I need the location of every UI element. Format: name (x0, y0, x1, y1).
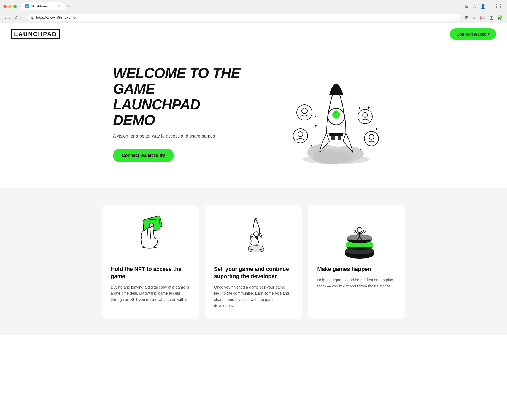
svg-point-28 (359, 107, 360, 109)
svg-point-56 (363, 230, 365, 232)
feature-description-2: Once you finished a game sell your game … (214, 284, 293, 309)
hero-subtitle: A vision for a better way to access and … (113, 134, 245, 139)
svg-text:✦: ✦ (314, 124, 318, 128)
svg-point-55 (354, 230, 356, 232)
toolbar-right-actions: ⊞ ☆ 📖 ◫ 🧩 (464, 14, 504, 21)
feature-title-2: Sell your game and continue suporting th… (214, 265, 293, 280)
close-traffic-light[interactable] (3, 5, 7, 8)
sell-game-icon-svg (229, 215, 278, 259)
svg-point-19 (293, 129, 308, 143)
grid-icon[interactable]: ⊞ (464, 14, 469, 21)
hero-illustration: ✦ ✦ ✦ ✦ (278, 61, 394, 166)
svg-point-27 (315, 116, 316, 117)
refresh-button[interactable]: ↺ (13, 14, 19, 21)
profile-icon[interactable]: 👤 (479, 3, 487, 10)
fullscreen-traffic-light[interactable] (13, 5, 17, 8)
svg-text:✦: ✦ (310, 144, 313, 148)
feature-card-hold-nft: ☺ ☺ Hold the NFT to access t (102, 205, 199, 319)
hold-nft-icon-svg: ☺ ☺ (125, 215, 175, 259)
feature-card-sell-game: Sell your game and continue suporting th… (205, 205, 302, 319)
svg-rect-12 (329, 133, 343, 136)
extensions-icon[interactable]: ⊞ (464, 3, 470, 10)
tab-title: NFT-Maker (31, 4, 47, 8)
svg-text:✦: ✦ (375, 127, 378, 131)
tab-close-button[interactable]: ✕ (58, 4, 61, 9)
connect-wallet-label: Connect wallet (456, 32, 486, 36)
forward-button[interactable]: › (8, 14, 12, 21)
feature-card-make-games: Make games happen Help fund games and be… (308, 205, 405, 319)
back-button[interactable]: ‹ (3, 14, 7, 21)
sidebar-icon[interactable]: ◫ (489, 14, 494, 21)
svg-point-17 (358, 109, 372, 124)
browser-toolbar: ‹ › ↺ ⌂ 🔒 https://www.nft-maker.io ⊞ ☆ 📖… (0, 12, 507, 23)
nav-buttons: ‹ › ↺ ⌂ (3, 14, 25, 21)
svg-point-21 (364, 131, 379, 146)
feature-description-1: Buying and playing a digital copy of a g… (111, 284, 190, 303)
svg-point-29 (360, 149, 361, 150)
url-text: https://www.nft-maker.io (36, 15, 76, 20)
toolbar-right-icons: ⊞ ☆ 👤 ⋮⋮⋮ (464, 3, 504, 10)
hero-content: WELCOME TO THE GAME LAUNCHPAD DEMO A vis… (113, 65, 245, 163)
feature-title-3: Make games happen (317, 265, 396, 273)
reading-list-icon[interactable]: 📖 (479, 14, 486, 21)
make-games-icon-svg (332, 215, 382, 259)
feature-title-1: Hold the NFT to access the game (111, 265, 190, 280)
browser-tab[interactable]: N NFT-Maker ✕ (21, 2, 65, 10)
site-header: LAUNCHPAD Connect wallet ▾ (0, 23, 507, 45)
features-section: ☺ ☺ Hold the NFT to access t (0, 188, 507, 335)
address-bar[interactable]: 🔒 https://www.nft-maker.io (27, 14, 462, 21)
hero-title: WELCOME TO THE GAME LAUNCHPAD DEMO (113, 65, 245, 128)
site-logo: LAUNCHPAD (11, 29, 60, 39)
svg-point-43 (249, 246, 264, 250)
new-tab-button[interactable]: + (66, 3, 71, 9)
svg-point-6 (313, 152, 351, 164)
connect-wallet-button[interactable]: Connect wallet ▾ (450, 28, 496, 40)
bookmark-icon[interactable]: ☆ (472, 3, 477, 10)
tab-bar: N NFT-Maker ✕ + (21, 2, 462, 10)
svg-text:✦: ✦ (366, 105, 371, 111)
menu-icon[interactable]: ⋮⋮⋮ (489, 3, 504, 10)
feature-icon-area-2 (214, 215, 293, 259)
minimize-traffic-light[interactable] (8, 5, 12, 8)
svg-point-40 (254, 232, 258, 236)
home-button[interactable]: ⌂ (20, 14, 25, 21)
tab-favicon: N (25, 4, 29, 8)
svg-point-53 (357, 227, 362, 232)
website-content: LAUNCHPAD Connect wallet ▾ WELCOME TO TH… (0, 23, 507, 335)
extensions-btn-icon[interactable]: 🧩 (497, 14, 504, 21)
svg-point-11 (337, 112, 338, 113)
features-grid: ☺ ☺ Hold the NFT to access t (102, 205, 405, 319)
hero-cta-button[interactable]: Connect wallet to try (113, 149, 174, 162)
feature-description-3: Help fund games and be the first one to … (317, 277, 396, 289)
svg-point-15 (297, 105, 312, 120)
feature-icon-area-3 (317, 215, 396, 259)
security-lock-icon: 🔒 (30, 16, 34, 20)
svg-rect-14 (338, 136, 341, 140)
browser-chrome: N NFT-Maker ✕ + ⊞ ☆ 👤 ⋮⋮⋮ ‹ › ↺ ⌂ 🔒 http… (0, 0, 507, 23)
feature-icon-area-1: ☺ ☺ (111, 215, 190, 259)
rocket-illustration-svg: ✦ ✦ ✦ ✦ (278, 61, 394, 166)
hero-section: WELCOME TO THE GAME LAUNCHPAD DEMO A vis… (102, 45, 405, 188)
star-icon[interactable]: ☆ (471, 14, 477, 21)
svg-point-10 (335, 112, 336, 113)
browser-titlebar: N NFT-Maker ✕ + ⊞ ☆ 👤 ⋮⋮⋮ (0, 0, 507, 12)
chevron-down-icon: ▾ (488, 32, 489, 36)
traffic-lights (3, 5, 17, 8)
svg-rect-13 (331, 136, 335, 140)
